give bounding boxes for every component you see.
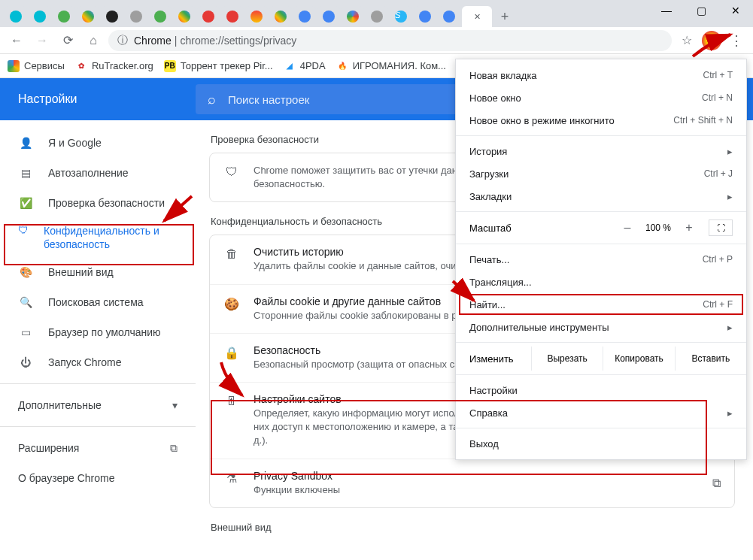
tune-icon: 🎚	[223, 393, 240, 408]
section-appearance: Внешний вид	[211, 522, 735, 533]
menu-new-window[interactable]: Новое окноCtrl + N	[456, 86, 746, 109]
zoom-out-button[interactable]: –	[615, 221, 639, 235]
tab-5[interactable]	[125, 6, 147, 27]
url-sep: |	[175, 35, 178, 47]
row-privacy-sandbox[interactable]: ⚗ Privacy SandboxФункции включены ⧉	[210, 459, 734, 507]
tab-9[interactable]	[221, 6, 244, 27]
external-link-icon: ⧉	[170, 442, 178, 455]
maximize-button[interactable]: ▢	[684, 0, 718, 21]
trash-icon: 🗑	[223, 246, 240, 261]
window-controls: — ▢ ✕	[649, 0, 753, 21]
menu-exit[interactable]: Выход	[456, 432, 746, 455]
chevron-down-icon: ▾	[172, 399, 178, 411]
bookmark-igromania[interactable]: 🔥ИГРОМАНИЯ. Ком...	[336, 60, 446, 72]
profile-avatar[interactable]	[702, 31, 721, 50]
bookmark-torrent[interactable]: PBТоррент трекер Pir...	[164, 60, 273, 72]
sidebar-separator	[0, 426, 196, 427]
sidebar-separator	[0, 383, 196, 384]
new-tab-button[interactable]: +	[493, 6, 516, 27]
tab-7[interactable]	[173, 6, 196, 27]
browser-toolbar: ← → ⟳ ⌂ ⓘ Chrome | chrome://settings/pri…	[0, 27, 753, 54]
sidebar-item-you-and-google[interactable]: 👤Я и Google	[0, 128, 187, 158]
bookmark-star-icon[interactable]: ☆	[676, 30, 697, 51]
fullscreen-button[interactable]: ⛶	[709, 219, 733, 236]
sidebar-advanced[interactable]: Дополнительные▾	[0, 390, 196, 420]
tab-0[interactable]	[5, 6, 27, 27]
menu-paste[interactable]: Вставить	[675, 347, 746, 371]
menu-zoom: Масштаб – 100 % + ⛶	[456, 216, 746, 240]
tab-12[interactable]	[293, 6, 316, 27]
menu-history[interactable]: История▸	[456, 140, 746, 162]
tab-4[interactable]	[101, 6, 123, 27]
tab-8[interactable]	[197, 6, 220, 27]
close-window-button[interactable]: ✕	[718, 0, 753, 21]
flask-icon: ⚗	[223, 470, 240, 486]
sidebar-item-privacy[interactable]: 🛡Конфиденциальность и безопасность	[0, 218, 187, 257]
reload-button[interactable]: ⟳	[57, 30, 78, 51]
chevron-right-icon: ▸	[727, 191, 733, 202]
menu-downloads[interactable]: ЗагрузкиCtrl + J	[456, 162, 746, 185]
tab-10[interactable]	[245, 6, 268, 27]
home-button[interactable]: ⌂	[83, 30, 104, 51]
tab-18[interactable]	[438, 6, 460, 27]
bookmark-4pda[interactable]: ◢4PDA	[284, 60, 326, 72]
menu-cast[interactable]: Трансляция...	[456, 271, 746, 293]
tab-2[interactable]	[53, 6, 75, 27]
sidebar-about[interactable]: О браузере Chrome	[0, 463, 196, 493]
chrome-menu-button[interactable]: ⋮	[726, 30, 747, 51]
sidebar-extensions[interactable]: Расширения⧉	[0, 433, 196, 463]
minimize-button[interactable]: —	[649, 0, 684, 21]
tab-3[interactable]	[77, 6, 99, 27]
forward-button[interactable]: →	[32, 30, 53, 51]
back-button[interactable]: ←	[6, 30, 27, 51]
sidebar-item-autofill[interactable]: ▤Автозаполнение	[0, 158, 187, 188]
sidebar-item-search-engine[interactable]: 🔍Поисковая система	[0, 287, 187, 317]
chevron-right-icon: ▸	[727, 322, 733, 333]
tab-14[interactable]	[342, 6, 364, 27]
menu-settings[interactable]: Настройки	[456, 379, 746, 401]
tab-11[interactable]	[269, 6, 292, 27]
bookmark-apps[interactable]: Сервисы	[8, 60, 65, 72]
power-icon: ⏻	[18, 356, 33, 368]
zoom-value: 100 %	[639, 222, 677, 233]
sidebar-item-appearance[interactable]: 🎨Внешний вид	[0, 257, 187, 287]
palette-icon: 🎨	[18, 266, 33, 278]
browser-icon: ▭	[18, 326, 33, 338]
autofill-icon: ▤	[18, 167, 33, 179]
tab-active[interactable]: ✕	[462, 6, 492, 27]
tab-6[interactable]	[149, 6, 172, 27]
close-tab-icon[interactable]: ✕	[474, 12, 481, 22]
menu-print[interactable]: Печать...Ctrl + P	[456, 248, 746, 271]
menu-bookmarks[interactable]: Закладки▸	[456, 185, 746, 207]
sidebar-item-on-startup[interactable]: ⏻Запуск Chrome	[0, 347, 187, 377]
tab-15[interactable]	[366, 6, 388, 27]
tab-1[interactable]	[29, 6, 51, 27]
tab-strip: S ✕ +	[0, 0, 753, 27]
tab-16[interactable]: S	[390, 6, 412, 27]
tab-17[interactable]	[414, 6, 436, 27]
menu-new-tab[interactable]: Новая вкладкаCtrl + T	[456, 64, 746, 86]
chevron-right-icon: ▸	[727, 146, 733, 157]
site-info-icon[interactable]: ⓘ	[117, 34, 128, 47]
menu-incognito[interactable]: Новое окно в режиме инкогнитоCtrl + Shif…	[456, 109, 746, 132]
external-link-icon: ⧉	[706, 477, 721, 490]
menu-help[interactable]: Справка▸	[456, 401, 746, 424]
cookie-icon: 🍪	[223, 295, 240, 311]
sidebar-item-default-browser[interactable]: ▭Браузер по умолчанию	[0, 317, 187, 347]
bookmark-rutracker[interactable]: ✿RuTracker.org	[75, 60, 153, 72]
chevron-right-icon: ▸	[727, 407, 733, 419]
settings-sidebar: 👤Я и Google ▤Автозаполнение ✅Проверка бе…	[0, 120, 196, 560]
shield-icon: 🛡	[223, 164, 240, 179]
search-icon: 🔍	[18, 296, 33, 308]
menu-more-tools[interactable]: Дополнительные инструменты▸	[456, 316, 746, 338]
menu-find[interactable]: Найти...Ctrl + F	[456, 293, 746, 316]
tab-13[interactable]	[317, 6, 340, 27]
shield-icon: 🛡	[18, 224, 29, 236]
menu-copy[interactable]: Копировать	[603, 347, 674, 371]
address-bar[interactable]: ⓘ Chrome | chrome://settings/privacy	[108, 30, 672, 51]
sidebar-item-safety-check[interactable]: ✅Проверка безопасности	[0, 188, 187, 218]
menu-cut[interactable]: Вырезать	[531, 347, 603, 371]
shield-check-icon: ✅	[18, 197, 33, 209]
zoom-in-button[interactable]: +	[677, 221, 701, 235]
menu-edit-row: Изменить Вырезать Копировать Вставить	[456, 347, 746, 371]
